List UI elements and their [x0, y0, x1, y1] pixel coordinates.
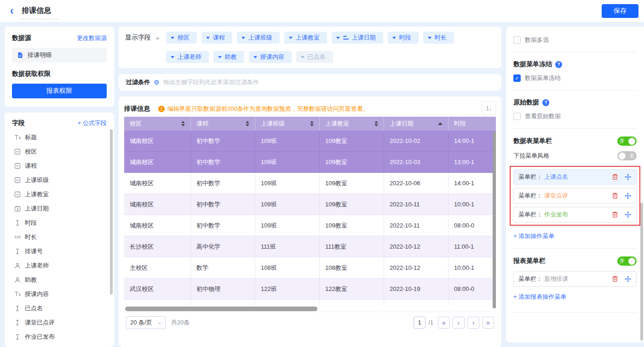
multi-select-checkbox-row[interactable]: 数据多选 — [513, 36, 637, 44]
move-icon[interactable] — [624, 192, 632, 199]
field-item-时段[interactable]: 时段 — [12, 216, 107, 230]
table-row[interactable]: 长沙校区高中化学111班111教室2022-10-1211:00-1 — [124, 236, 496, 257]
toggle-knob — [619, 153, 626, 159]
select-icon — [14, 148, 21, 155]
raw-data-checkbox-row[interactable]: 查看原始数据 — [513, 112, 637, 120]
field-item-课程[interactable]: 课程 — [12, 159, 107, 173]
date-icon — [14, 205, 21, 212]
table-row[interactable]: 城南校区初中数学109班109教室2022-10-0313:00-1 — [124, 152, 496, 173]
column-header-上课班级[interactable]: 上课班级 — [255, 117, 320, 131]
page-size-select[interactable]: 20 条/页 ⌄ — [126, 316, 166, 329]
checkbox-checked-icon[interactable]: ✓ — [513, 74, 521, 82]
member-icon — [14, 262, 21, 269]
report-menu-toggle-on[interactable]: 开 — [617, 256, 637, 266]
table-row[interactable]: 城南校区初中数学109班109教室2022-10-1108:00-0 — [124, 215, 496, 236]
checkbox-unchecked-icon[interactable] — [513, 36, 521, 44]
menu-row-作业发布[interactable]: 菜单栏： 作业发布 — [513, 207, 637, 222]
chip-上课老师[interactable]: 上课老师 — [166, 51, 209, 63]
field-item-上课日期[interactable]: 上课日期 — [12, 201, 107, 216]
chip-课程[interactable]: 课程 — [201, 32, 232, 44]
column-header-时段[interactable]: 时段 — [448, 117, 496, 131]
menu-row-课堂点评[interactable]: 菜单栏： 课堂点评 — [513, 188, 637, 204]
field-item-上课老师[interactable]: 上课老师 — [12, 258, 107, 273]
table-row[interactable]: 武汉校区初中物理122班122教室2022-10-1908:00-0 — [124, 279, 496, 300]
field-label: 上课班级 — [25, 176, 49, 184]
formula-field-link[interactable]: + 公式字段 — [78, 119, 107, 127]
dropdown-style-toggle-off[interactable]: 关 — [617, 151, 637, 160]
table-sort-button[interactable]: 1↓ — [482, 101, 496, 115]
field-item-上课教室[interactable]: 上课教室 — [12, 187, 107, 201]
menu-row-新增排课[interactable]: 菜单栏： 新增排课 — [513, 271, 637, 287]
chip-助教[interactable]: 助教 — [213, 51, 244, 63]
help-icon[interactable]: ? — [542, 99, 549, 106]
table-title: 排课信息 — [124, 105, 150, 113]
move-icon[interactable] — [624, 275, 632, 283]
menu-name: 课堂点评 — [544, 192, 606, 200]
table-row[interactable]: 城南校区初中数学109班109教室2022-10-0614:00-1 — [124, 173, 496, 194]
table-vertical-scrollbar[interactable] — [493, 131, 496, 308]
trash-icon[interactable] — [611, 275, 619, 283]
report-permission-button[interactable]: 报表权限 — [12, 84, 107, 98]
field-item-授课内容[interactable]: 授课内容 — [12, 287, 107, 301]
back-icon[interactable]: ‹ — [10, 5, 13, 17]
field-item-校区[interactable]: 校区 — [12, 144, 107, 159]
trash-icon[interactable] — [611, 192, 619, 199]
field-item-排课号[interactable]: 排课号 — [12, 244, 107, 258]
move-icon[interactable] — [624, 211, 632, 218]
field-item-课堂已点评[interactable]: 课堂已点评 — [12, 315, 107, 330]
field-item-已点名[interactable]: 已点名 — [12, 301, 107, 315]
datasource-name: 排课明细 — [28, 51, 52, 59]
gear-icon[interactable]: ⚙ — [154, 79, 160, 86]
divider — [513, 248, 637, 249]
add-report-menu-link[interactable]: + 添加报表操作菜单 — [513, 293, 566, 301]
report-menu-section-title: 报表菜单栏 — [513, 257, 546, 265]
trash-icon[interactable] — [611, 173, 619, 181]
field-list: 标题 校区 课程 上课班级 上课教室 上课日期 时段 123时长 排课号 上课老… — [12, 130, 107, 344]
field-item-作业已发布[interactable]: 作业已发布 — [12, 330, 107, 344]
first-page-button[interactable]: « — [438, 317, 450, 329]
chip-已点名[interactable]: 已点名 — [296, 51, 333, 63]
column-header-上课教室[interactable]: 上课教室 — [320, 117, 384, 131]
save-button[interactable]: 保存 — [602, 4, 638, 18]
menu-row-上课点名[interactable]: 菜单栏： 上课点名 — [513, 169, 637, 185]
table-menu-toggle-on[interactable]: 开 — [617, 137, 637, 146]
last-page-button[interactable]: » — [482, 317, 494, 329]
move-icon[interactable] — [624, 173, 632, 181]
chip-时长[interactable]: 时长 — [423, 32, 454, 44]
table-horizontal-scrollbar[interactable] — [125, 307, 317, 311]
freeze-checkbox-row[interactable]: ✓ 数据菜单冻结 — [513, 74, 637, 82]
document-icon — [17, 51, 24, 59]
sort-asc-icon — [438, 122, 443, 125]
chip-授课内容[interactable]: 授课内容 — [249, 51, 292, 63]
field-item-上课班级[interactable]: 上课班级 — [12, 173, 107, 187]
fields-scrollbar[interactable] — [110, 129, 113, 295]
next-page-button[interactable]: › — [467, 317, 479, 329]
field-item-时长[interactable]: 123时长 — [12, 230, 107, 244]
add-display-field-button[interactable]: + — [155, 34, 160, 42]
prev-page-button[interactable]: ‹ — [453, 317, 465, 329]
filter-card[interactable]: 过滤条件 ⚙ 拖动左侧字段到此处来添加过滤条件 — [119, 74, 501, 91]
help-icon[interactable]: ? — [555, 61, 562, 68]
datasource-item[interactable]: 排课明细 — [12, 48, 107, 63]
change-datasource-link[interactable]: 更改数据源 — [77, 34, 107, 42]
add-action-menu-link[interactable]: + 添加操作菜单 — [513, 232, 554, 240]
table-row[interactable]: 主校区数学108班108教室2022-10-1210:00-1 — [124, 257, 496, 279]
trash-icon[interactable] — [611, 211, 619, 218]
chip-时段[interactable]: 时段 — [388, 32, 419, 44]
chip-校区[interactable]: 校区 — [166, 32, 197, 44]
settings-panel: 数据多选 数据菜单冻结 ? ✓ 数据菜单冻结 原始数据 ? 查看原始数据 数 — [506, 27, 644, 342]
chip-上课日期[interactable]: 上课日期 — [332, 32, 383, 44]
table-row[interactable]: 城南校区初中数学109班109教室2022-10-1110:00-1 — [124, 194, 496, 215]
chip-上课教室[interactable]: 上课教室 — [284, 32, 327, 44]
column-header-校区[interactable]: 校区 — [124, 117, 191, 131]
field-item-标题[interactable]: 标题 — [12, 130, 107, 144]
column-header-上课日期[interactable]: 上课日期 — [384, 117, 448, 131]
chip-上课班级[interactable]: 上课班级 — [237, 32, 280, 44]
field-item-助教[interactable]: 助教 — [12, 273, 107, 287]
checkbox-unchecked-icon[interactable] — [513, 113, 521, 120]
column-header-课程[interactable]: 课程 — [191, 117, 255, 131]
table-row[interactable]: 城南校区初中数学109班109教室2022-10-0214:00-1 — [124, 131, 496, 152]
divider — [513, 312, 637, 313]
panel-scrollbar[interactable] — [640, 203, 643, 341]
current-page-input[interactable]: 1 — [414, 317, 426, 329]
